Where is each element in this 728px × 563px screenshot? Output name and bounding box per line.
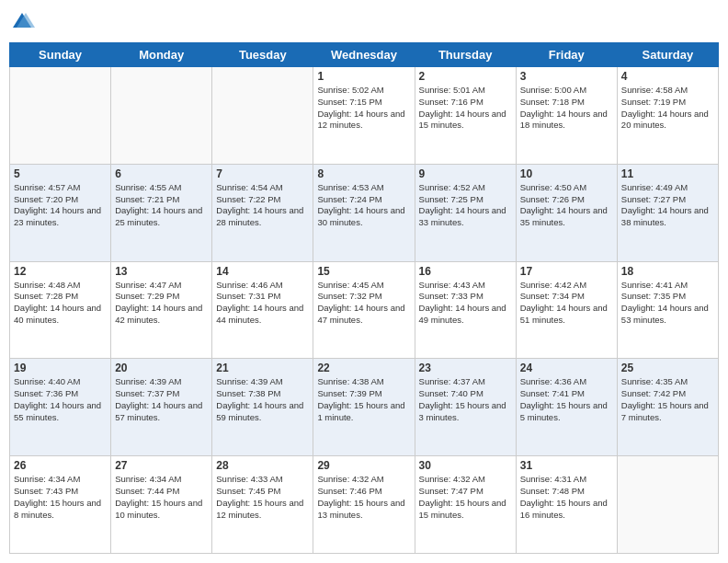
calendar-day-cell: 2Sunrise: 5:01 AM Sunset: 7:16 PM Daylig… — [415, 67, 516, 165]
day-info: Sunrise: 4:38 AM Sunset: 7:39 PM Dayligh… — [317, 376, 410, 423]
day-number: 17 — [520, 265, 613, 278]
day-number: 30 — [419, 459, 512, 472]
calendar-day-cell: 24Sunrise: 4:36 AM Sunset: 7:41 PM Dayli… — [516, 359, 617, 456]
calendar-day-cell: 28Sunrise: 4:33 AM Sunset: 7:45 PM Dayli… — [212, 456, 313, 554]
page: SundayMondayTuesdayWednesdayThursdayFrid… — [0, 0, 728, 563]
day-number: 21 — [216, 362, 309, 374]
header — [9, 9, 719, 35]
day-info: Sunrise: 5:01 AM Sunset: 7:16 PM Dayligh… — [419, 85, 512, 132]
day-info: Sunrise: 4:39 AM Sunset: 7:37 PM Dayligh… — [115, 376, 208, 423]
day-number: 26 — [14, 459, 107, 472]
calendar-day-header: Sunday — [10, 43, 111, 67]
day-info: Sunrise: 4:50 AM Sunset: 7:26 PM Dayligh… — [520, 182, 613, 229]
day-info: Sunrise: 4:45 AM Sunset: 7:32 PM Dayligh… — [317, 280, 410, 327]
calendar-week-row: 19Sunrise: 4:40 AM Sunset: 7:36 PM Dayli… — [10, 359, 719, 456]
calendar-day-cell — [10, 67, 111, 165]
calendar-week-row: 1Sunrise: 5:02 AM Sunset: 7:15 PM Daylig… — [10, 67, 719, 165]
calendar: SundayMondayTuesdayWednesdayThursdayFrid… — [9, 42, 719, 554]
calendar-day-cell — [212, 67, 313, 165]
day-info: Sunrise: 4:53 AM Sunset: 7:24 PM Dayligh… — [317, 182, 410, 229]
calendar-day-cell: 31Sunrise: 4:31 AM Sunset: 7:48 PM Dayli… — [516, 456, 617, 554]
day-info: Sunrise: 4:33 AM Sunset: 7:45 PM Dayligh… — [216, 474, 309, 521]
day-number: 5 — [14, 167, 107, 180]
day-number: 13 — [115, 265, 208, 278]
calendar-day-cell: 23Sunrise: 4:37 AM Sunset: 7:40 PM Dayli… — [415, 359, 516, 456]
day-info: Sunrise: 4:35 AM Sunset: 7:42 PM Dayligh… — [621, 376, 714, 423]
day-number: 31 — [520, 459, 613, 472]
calendar-day-cell: 1Sunrise: 5:02 AM Sunset: 7:15 PM Daylig… — [313, 67, 415, 165]
calendar-day-cell: 14Sunrise: 4:46 AM Sunset: 7:31 PM Dayli… — [212, 261, 313, 359]
day-number: 11 — [621, 167, 714, 180]
calendar-day-cell: 21Sunrise: 4:39 AM Sunset: 7:38 PM Dayli… — [212, 359, 313, 456]
calendar-day-cell: 11Sunrise: 4:49 AM Sunset: 7:27 PM Dayli… — [617, 164, 718, 261]
day-info: Sunrise: 4:52 AM Sunset: 7:25 PM Dayligh… — [419, 182, 512, 229]
calendar-day-cell: 3Sunrise: 5:00 AM Sunset: 7:18 PM Daylig… — [516, 67, 617, 165]
calendar-day-cell: 17Sunrise: 4:42 AM Sunset: 7:34 PM Dayli… — [516, 261, 617, 359]
calendar-day-cell — [617, 456, 718, 554]
day-number: 2 — [419, 70, 512, 83]
day-number: 8 — [317, 167, 410, 180]
day-info: Sunrise: 5:00 AM Sunset: 7:18 PM Dayligh… — [520, 85, 613, 132]
day-info: Sunrise: 4:42 AM Sunset: 7:34 PM Dayligh… — [520, 280, 613, 327]
calendar-day-header: Tuesday — [212, 43, 313, 67]
day-number: 28 — [216, 459, 309, 472]
calendar-day-cell: 15Sunrise: 4:45 AM Sunset: 7:32 PM Dayli… — [313, 261, 415, 359]
day-number: 10 — [520, 167, 613, 180]
day-number: 7 — [216, 167, 309, 180]
calendar-day-cell: 5Sunrise: 4:57 AM Sunset: 7:20 PM Daylig… — [10, 164, 111, 261]
calendar-day-cell: 29Sunrise: 4:32 AM Sunset: 7:46 PM Dayli… — [313, 456, 415, 554]
day-number: 20 — [115, 362, 208, 374]
day-number: 24 — [520, 362, 613, 374]
calendar-day-cell: 19Sunrise: 4:40 AM Sunset: 7:36 PM Dayli… — [10, 359, 111, 456]
day-number: 25 — [621, 362, 714, 374]
day-number: 9 — [419, 167, 512, 180]
day-info: Sunrise: 4:39 AM Sunset: 7:38 PM Dayligh… — [216, 376, 309, 423]
calendar-day-cell: 18Sunrise: 4:41 AM Sunset: 7:35 PM Dayli… — [617, 261, 718, 359]
calendar-day-cell: 20Sunrise: 4:39 AM Sunset: 7:37 PM Dayli… — [111, 359, 212, 456]
day-info: Sunrise: 4:46 AM Sunset: 7:31 PM Dayligh… — [216, 280, 309, 327]
day-info: Sunrise: 4:41 AM Sunset: 7:35 PM Dayligh… — [621, 280, 714, 327]
calendar-week-row: 26Sunrise: 4:34 AM Sunset: 7:43 PM Dayli… — [10, 456, 719, 554]
day-info: Sunrise: 5:02 AM Sunset: 7:15 PM Dayligh… — [317, 85, 410, 132]
calendar-day-header: Thursday — [415, 43, 516, 67]
day-info: Sunrise: 4:34 AM Sunset: 7:43 PM Dayligh… — [14, 474, 107, 521]
day-info: Sunrise: 4:32 AM Sunset: 7:46 PM Dayligh… — [317, 474, 410, 521]
calendar-header-row: SundayMondayTuesdayWednesdayThursdayFrid… — [10, 43, 719, 67]
calendar-day-cell: 27Sunrise: 4:34 AM Sunset: 7:44 PM Dayli… — [111, 456, 212, 554]
day-info: Sunrise: 4:31 AM Sunset: 7:48 PM Dayligh… — [520, 474, 613, 521]
calendar-day-cell: 6Sunrise: 4:55 AM Sunset: 7:21 PM Daylig… — [111, 164, 212, 261]
day-info: Sunrise: 4:49 AM Sunset: 7:27 PM Dayligh… — [621, 182, 714, 229]
day-number: 23 — [419, 362, 512, 374]
day-number: 15 — [317, 265, 410, 278]
calendar-day-cell: 26Sunrise: 4:34 AM Sunset: 7:43 PM Dayli… — [10, 456, 111, 554]
day-info: Sunrise: 4:32 AM Sunset: 7:47 PM Dayligh… — [419, 474, 512, 521]
day-info: Sunrise: 4:37 AM Sunset: 7:40 PM Dayligh… — [419, 376, 512, 423]
calendar-day-cell: 16Sunrise: 4:43 AM Sunset: 7:33 PM Dayli… — [415, 261, 516, 359]
day-number: 27 — [115, 459, 208, 472]
calendar-day-cell: 4Sunrise: 4:58 AM Sunset: 7:19 PM Daylig… — [617, 67, 718, 165]
calendar-day-header: Monday — [111, 43, 212, 67]
calendar-day-header: Wednesday — [313, 43, 415, 67]
calendar-week-row: 12Sunrise: 4:48 AM Sunset: 7:28 PM Dayli… — [10, 261, 719, 359]
day-number: 29 — [317, 459, 410, 472]
day-info: Sunrise: 4:43 AM Sunset: 7:33 PM Dayligh… — [419, 280, 512, 327]
calendar-day-cell: 8Sunrise: 4:53 AM Sunset: 7:24 PM Daylig… — [313, 164, 415, 261]
day-number: 16 — [419, 265, 512, 278]
day-number: 14 — [216, 265, 309, 278]
calendar-day-cell: 13Sunrise: 4:47 AM Sunset: 7:29 PM Dayli… — [111, 261, 212, 359]
calendar-day-cell — [111, 67, 212, 165]
day-number: 6 — [115, 167, 208, 180]
calendar-day-header: Friday — [516, 43, 617, 67]
day-number: 4 — [621, 70, 714, 83]
day-number: 22 — [317, 362, 410, 374]
calendar-week-row: 5Sunrise: 4:57 AM Sunset: 7:20 PM Daylig… — [10, 164, 719, 261]
day-info: Sunrise: 4:34 AM Sunset: 7:44 PM Dayligh… — [115, 474, 208, 521]
calendar-day-cell: 25Sunrise: 4:35 AM Sunset: 7:42 PM Dayli… — [617, 359, 718, 456]
day-number: 1 — [317, 70, 410, 83]
day-info: Sunrise: 4:54 AM Sunset: 7:22 PM Dayligh… — [216, 182, 309, 229]
calendar-day-cell: 7Sunrise: 4:54 AM Sunset: 7:22 PM Daylig… — [212, 164, 313, 261]
calendar-day-cell: 30Sunrise: 4:32 AM Sunset: 7:47 PM Dayli… — [415, 456, 516, 554]
day-number: 3 — [520, 70, 613, 83]
day-number: 12 — [14, 265, 107, 278]
logo-icon — [9, 9, 35, 35]
